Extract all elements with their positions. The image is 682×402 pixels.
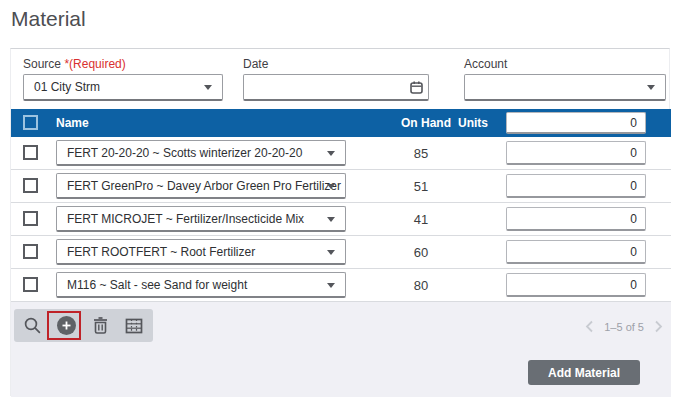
chevron-left-icon bbox=[585, 320, 594, 333]
table-row: FERT GreenPro ~ Davey Arbor Green Pro Fe… bbox=[11, 170, 671, 203]
column-header-name: Name bbox=[56, 116, 89, 130]
row-checkbox[interactable] bbox=[23, 211, 38, 226]
date-input[interactable] bbox=[243, 74, 429, 101]
account-label: Account bbox=[464, 57, 507, 71]
table-row: FERT MICROJET ~ Fertilizer/Insecticide M… bbox=[11, 203, 671, 236]
search-button[interactable] bbox=[15, 309, 49, 342]
table-header: Name On Hand Units bbox=[11, 109, 671, 137]
chevron-down-icon bbox=[327, 217, 335, 222]
grid-view-button[interactable] bbox=[117, 309, 151, 342]
chevron-down-icon bbox=[327, 151, 335, 156]
toolbar bbox=[14, 309, 153, 342]
chevron-right-icon bbox=[654, 320, 663, 333]
material-name-select[interactable]: FERT GreenPro ~ Davey Arbor Green Pro Fe… bbox=[56, 173, 346, 199]
next-page-button[interactable] bbox=[654, 320, 663, 333]
add-button[interactable] bbox=[49, 309, 83, 342]
column-header-units: Units bbox=[431, 116, 488, 130]
account-select[interactable] bbox=[464, 74, 666, 101]
chevron-down-icon bbox=[327, 250, 335, 255]
pagination-label: 1–5 of 5 bbox=[604, 321, 644, 333]
on-hand-value: 85 bbox=[371, 146, 471, 161]
source-label: Source *(Required) bbox=[23, 57, 126, 71]
page-title: Material bbox=[11, 7, 86, 31]
on-hand-value: 80 bbox=[371, 278, 471, 293]
delete-button[interactable] bbox=[83, 309, 117, 342]
material-name-select[interactable]: FERT MICROJET ~ Fertilizer/Insecticide M… bbox=[56, 206, 346, 232]
add-material-button[interactable]: Add Material bbox=[528, 360, 640, 385]
previous-page-button[interactable] bbox=[585, 320, 594, 333]
table-row: FERT 20-20-20 ~ Scotts winterizer 20-20-… bbox=[11, 137, 671, 170]
search-icon bbox=[23, 316, 42, 335]
row-checkbox[interactable] bbox=[23, 178, 38, 193]
add-icon bbox=[57, 316, 76, 335]
date-label: Date bbox=[243, 57, 268, 71]
source-select[interactable]: 01 City Strm bbox=[23, 74, 223, 101]
row-units-input[interactable] bbox=[506, 273, 646, 297]
table-footer: 1–5 of 5 Add Material bbox=[11, 302, 671, 397]
grid-icon bbox=[125, 318, 143, 334]
on-hand-value: 60 bbox=[371, 245, 471, 260]
row-units-input[interactable] bbox=[506, 240, 646, 264]
trash-icon bbox=[92, 316, 109, 335]
pagination: 1–5 of 5 bbox=[585, 320, 663, 333]
select-all-checkbox[interactable] bbox=[23, 115, 38, 130]
material-name-select[interactable]: FERT 20-20-20 ~ Scotts winterizer 20-20-… bbox=[56, 140, 346, 166]
calendar-icon[interactable] bbox=[409, 80, 424, 95]
row-units-input[interactable] bbox=[506, 141, 646, 165]
table-rows: FERT 20-20-20 ~ Scotts winterizer 20-20-… bbox=[11, 137, 671, 302]
table-row: M116 ~ Salt - see Sand for weight 80 bbox=[11, 269, 671, 302]
material-name-select[interactable]: M116 ~ Salt - see Sand for weight bbox=[56, 272, 346, 298]
on-hand-value: 41 bbox=[371, 212, 471, 227]
row-units-input[interactable] bbox=[506, 174, 646, 198]
material-name-select[interactable]: FERT ROOTFERT ~ Root Fertilizer bbox=[56, 239, 346, 265]
row-checkbox[interactable] bbox=[23, 277, 38, 292]
chevron-down-icon bbox=[327, 184, 335, 189]
header-units-input[interactable] bbox=[506, 112, 646, 134]
table-row: FERT ROOTFERT ~ Root Fertilizer 60 bbox=[11, 236, 671, 269]
material-panel: Source *(Required) 01 City Strm Date Acc… bbox=[10, 48, 670, 396]
row-units-input[interactable] bbox=[506, 207, 646, 231]
row-checkbox[interactable] bbox=[23, 244, 38, 259]
required-note: *(Required) bbox=[64, 57, 125, 71]
on-hand-value: 51 bbox=[371, 179, 471, 194]
row-checkbox[interactable] bbox=[23, 145, 38, 160]
chevron-down-icon bbox=[647, 85, 655, 90]
chevron-down-icon bbox=[327, 283, 335, 288]
chevron-down-icon bbox=[204, 85, 212, 90]
